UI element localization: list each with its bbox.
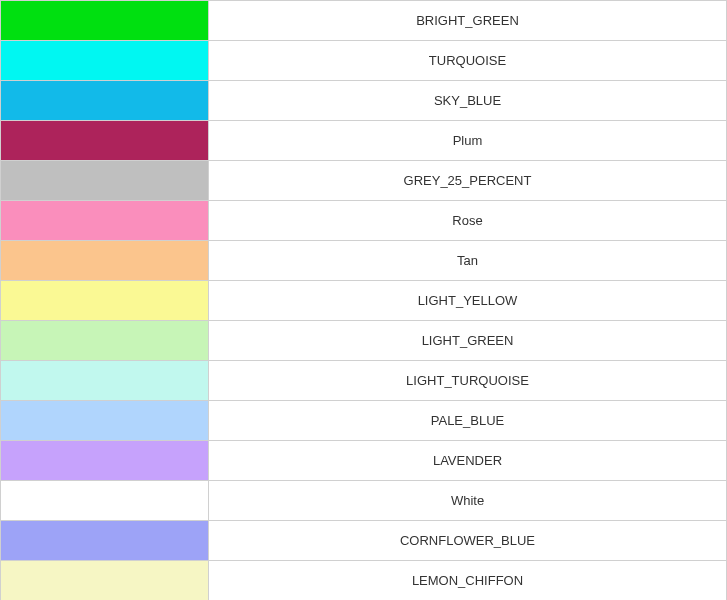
color-swatch-cell — [1, 521, 209, 561]
color-name-cell: GREY_25_PERCENT — [209, 161, 727, 201]
color-swatch — [1, 281, 208, 320]
color-name-cell: BRIGHT_GREEN — [209, 1, 727, 41]
color-swatch-cell — [1, 241, 209, 281]
color-swatch-cell — [1, 121, 209, 161]
color-name-cell: CORNFLOWER_BLUE — [209, 521, 727, 561]
table-row: LEMON_CHIFFON — [1, 561, 727, 601]
color-name-cell: LEMON_CHIFFON — [209, 561, 727, 601]
color-swatch — [1, 401, 208, 440]
table-row: LIGHT_TURQUOISE — [1, 361, 727, 401]
color-swatch-cell — [1, 561, 209, 601]
table-row: PALE_BLUE — [1, 401, 727, 441]
table-row: TURQUOISE — [1, 41, 727, 81]
color-swatch — [1, 561, 208, 600]
color-name-cell: Tan — [209, 241, 727, 281]
color-swatch — [1, 241, 208, 280]
table-row: BRIGHT_GREEN — [1, 1, 727, 41]
color-swatch-cell — [1, 1, 209, 41]
color-swatch-cell — [1, 441, 209, 481]
table-row: Tan — [1, 241, 727, 281]
color-swatch — [1, 81, 208, 120]
color-swatch-cell — [1, 401, 209, 441]
color-name-cell: Plum — [209, 121, 727, 161]
color-swatch — [1, 361, 208, 400]
table-row: LIGHT_GREEN — [1, 321, 727, 361]
color-swatch — [1, 1, 208, 40]
color-name-cell: Rose — [209, 201, 727, 241]
color-definition-table: BRIGHT_GREENTURQUOISESKY_BLUEPlumGREY_25… — [0, 0, 727, 600]
color-name-cell: White — [209, 481, 727, 521]
color-swatch — [1, 161, 208, 200]
color-swatch-cell — [1, 41, 209, 81]
color-name-cell: LIGHT_TURQUOISE — [209, 361, 727, 401]
color-name-cell: SKY_BLUE — [209, 81, 727, 121]
table-row: Rose — [1, 201, 727, 241]
color-name-cell: TURQUOISE — [209, 41, 727, 81]
table-row: LAVENDER — [1, 441, 727, 481]
color-name-cell: PALE_BLUE — [209, 401, 727, 441]
color-swatch — [1, 201, 208, 240]
color-swatch-cell — [1, 321, 209, 361]
color-swatch-cell — [1, 161, 209, 201]
color-table-body: BRIGHT_GREENTURQUOISESKY_BLUEPlumGREY_25… — [1, 1, 727, 601]
color-name-cell: LIGHT_GREEN — [209, 321, 727, 361]
color-swatch-cell — [1, 281, 209, 321]
table-row: GREY_25_PERCENT — [1, 161, 727, 201]
color-swatch — [1, 121, 208, 160]
table-row: White — [1, 481, 727, 521]
table-row: SKY_BLUE — [1, 81, 727, 121]
color-swatch — [1, 41, 208, 80]
color-swatch — [1, 321, 208, 360]
color-swatch — [1, 441, 208, 480]
color-swatch-cell — [1, 201, 209, 241]
table-row: CORNFLOWER_BLUE — [1, 521, 727, 561]
color-swatch-cell — [1, 481, 209, 521]
color-name-cell: LAVENDER — [209, 441, 727, 481]
color-swatch — [1, 521, 208, 560]
color-swatch-cell — [1, 361, 209, 401]
color-name-cell: LIGHT_YELLOW — [209, 281, 727, 321]
table-row: Plum — [1, 121, 727, 161]
color-swatch-cell — [1, 81, 209, 121]
color-swatch — [1, 481, 208, 520]
table-row: LIGHT_YELLOW — [1, 281, 727, 321]
